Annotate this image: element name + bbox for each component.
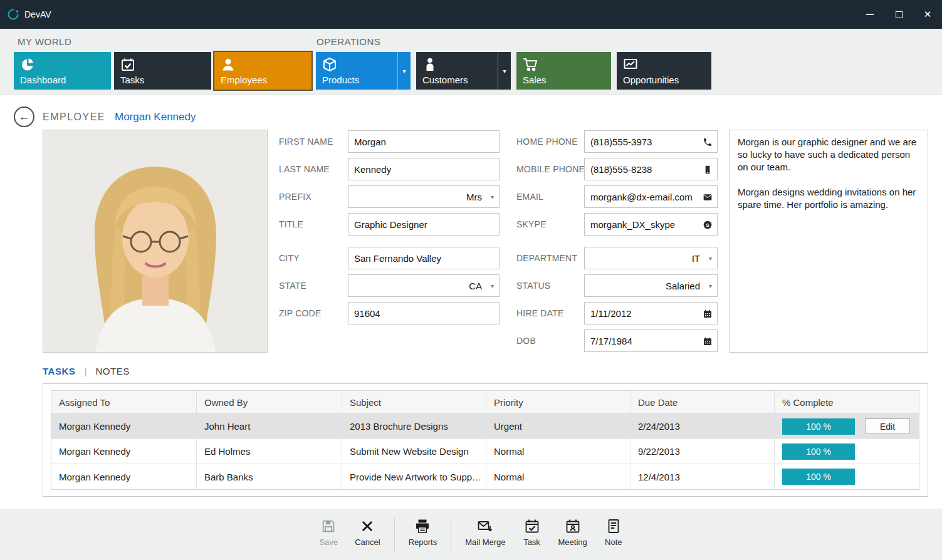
products-icon bbox=[322, 56, 338, 73]
field-label: DEPARTMENT bbox=[516, 253, 577, 263]
breadcrumb: EMPLOYEE bbox=[43, 111, 105, 123]
tasks-grid: Assigned To Owned By Subject Priority Du… bbox=[51, 390, 919, 490]
field-label: MOBILE PHONE bbox=[516, 164, 585, 174]
close-button[interactable]: ✕ bbox=[913, 0, 942, 29]
ribbon-tab-employees[interactable]: Employees bbox=[214, 52, 311, 90]
ribbon-tab-label: Sales bbox=[523, 75, 547, 85]
calendar-icon bbox=[703, 309, 713, 319]
cell-complete: 100 % bbox=[775, 439, 919, 464]
mail-merge-button[interactable]: Mail Merge bbox=[465, 517, 505, 547]
home-phone-input[interactable]: (818)555-3973 bbox=[584, 130, 718, 153]
field-zip-code: ZIP CODE 91604 bbox=[279, 302, 500, 324]
field-state: STATE CA▾ bbox=[279, 274, 500, 297]
email-input[interactable]: morgank@dx-email.com bbox=[584, 185, 718, 208]
save-button[interactable]: Save bbox=[316, 517, 341, 547]
mobile-phone-input[interactable]: (818)555-8238 bbox=[584, 158, 718, 180]
tasks-table: Assigned To Owned By Subject Priority Du… bbox=[43, 383, 928, 497]
city-input[interactable]: San Fernando Valley bbox=[348, 247, 500, 269]
cell-owned-by: John Heart bbox=[197, 414, 342, 438]
prefix-select[interactable]: Mrs▾ bbox=[348, 185, 500, 208]
page-title: Morgan Kennedy bbox=[115, 111, 196, 123]
cell-priority: Urgent bbox=[486, 414, 631, 438]
field-label: DOB bbox=[516, 336, 536, 346]
maximize-button[interactable] bbox=[884, 0, 913, 29]
mobile-phone-icon bbox=[703, 165, 713, 175]
employees-icon bbox=[220, 56, 236, 73]
back-button[interactable]: ← bbox=[14, 106, 34, 127]
mail-merge-icon bbox=[477, 517, 493, 536]
products-dropdown-arrow[interactable]: ▾ bbox=[397, 52, 411, 90]
ribbon-tab-tasks[interactable]: Tasks bbox=[114, 52, 211, 90]
column-header-due-date[interactable]: Due Date bbox=[631, 391, 775, 413]
ribbon-tab-label: Opportunities bbox=[623, 75, 679, 85]
skype-input[interactable]: morgank_DX_skype S bbox=[584, 213, 718, 236]
field-city: CITY San Fernando Valley bbox=[279, 247, 500, 269]
field-label: PREFIX bbox=[279, 192, 311, 202]
cell-subject: Submit New Website Design bbox=[342, 439, 486, 464]
field-label: LAST NAME bbox=[279, 164, 330, 174]
field-last-name: LAST NAME Kennedy bbox=[279, 158, 500, 180]
edit-button[interactable]: Edit bbox=[865, 418, 910, 434]
titlebar: DevAV ✕ bbox=[0, 0, 942, 29]
last-name-input[interactable]: Kennedy bbox=[348, 158, 500, 180]
column-header-assigned-to[interactable]: Assigned To bbox=[51, 391, 197, 413]
field-skype: SKYPE morgank_DX_skype S bbox=[516, 213, 718, 236]
tab-separator: | bbox=[84, 366, 86, 376]
field-label: SKYPE bbox=[516, 219, 547, 229]
field-hire-date: HIRE DATE 1/11/2012 bbox=[516, 302, 718, 324]
department-select[interactable]: IT▾ bbox=[584, 247, 718, 269]
meeting-icon bbox=[565, 517, 581, 536]
first-name-input[interactable]: Morgan bbox=[348, 130, 500, 153]
note-icon bbox=[605, 517, 622, 536]
ribbon-tab-customers[interactable]: Customers ▾ bbox=[416, 52, 511, 90]
cell-assigned-to: Morgan Kennedy bbox=[51, 464, 197, 489]
calendar-icon bbox=[703, 336, 713, 346]
cancel-button[interactable]: Cancel bbox=[355, 517, 380, 547]
field-status: STATUS Salaried▾ bbox=[516, 274, 718, 297]
field-label: HIRE DATE bbox=[516, 308, 563, 318]
tab-notes[interactable]: NOTES bbox=[95, 366, 129, 376]
status-select[interactable]: Salaried▾ bbox=[584, 274, 718, 297]
chevron-down-icon: ▾ bbox=[709, 283, 712, 289]
cell-priority: Normal bbox=[486, 439, 631, 464]
ribbon-tab-label: Dashboard bbox=[20, 75, 66, 85]
minimize-button[interactable] bbox=[856, 0, 884, 29]
ribbon-tab-label: Products bbox=[322, 75, 359, 85]
table-row[interactable]: Morgan Kennedy Barb Banks Provide New Ar… bbox=[51, 464, 919, 489]
ribbon-tab-label: Employees bbox=[221, 75, 267, 85]
field-label: CITY bbox=[279, 253, 300, 263]
task-button[interactable]: Task bbox=[520, 517, 545, 547]
dob-input[interactable]: 7/17/1984 bbox=[584, 329, 718, 352]
svg-text:S: S bbox=[706, 222, 709, 228]
ribbon: MY WORLD OPERATIONS Dashboard Tasks Empl… bbox=[0, 29, 942, 95]
meeting-button[interactable]: Meeting bbox=[558, 517, 587, 547]
detail-tabs: TASKS | NOTES bbox=[43, 366, 130, 376]
employee-notes[interactable]: Morgan is our graphic designer and we ar… bbox=[729, 130, 928, 353]
ribbon-tab-products[interactable]: Products ▾ bbox=[316, 52, 411, 90]
field-label: FIRST NAME bbox=[279, 137, 333, 147]
back-arrow-icon: ← bbox=[19, 111, 29, 123]
toolbar-divider bbox=[394, 518, 395, 552]
maximize-icon bbox=[896, 11, 903, 18]
table-row[interactable]: Morgan Kennedy John Heart 2013 Brochure … bbox=[51, 414, 919, 439]
cell-complete: 100 % bbox=[775, 464, 919, 489]
zip-code-input[interactable]: 91604 bbox=[348, 302, 500, 324]
ribbon-tab-opportunities[interactable]: Opportunities bbox=[617, 52, 711, 90]
progress-badge: 100 % bbox=[782, 469, 855, 485]
table-row[interactable]: Morgan Kennedy Ed Holmes Submit New Webs… bbox=[51, 439, 919, 464]
state-select[interactable]: CA▾ bbox=[348, 274, 500, 297]
column-header-complete[interactable]: % Complete bbox=[775, 391, 919, 413]
task-icon bbox=[524, 517, 540, 536]
column-header-priority[interactable]: Priority bbox=[486, 391, 631, 413]
title-input[interactable]: Graphic Designer bbox=[348, 213, 500, 236]
notes-paragraph: Morgan is our graphic designer and we ar… bbox=[738, 136, 919, 174]
column-header-subject[interactable]: Subject bbox=[342, 391, 486, 413]
ribbon-tab-sales[interactable]: Sales bbox=[516, 52, 611, 90]
column-header-owned-by[interactable]: Owned By bbox=[197, 391, 342, 413]
hire-date-input[interactable]: 1/11/2012 bbox=[584, 302, 718, 324]
tab-tasks[interactable]: TASKS bbox=[43, 366, 75, 376]
ribbon-tab-dashboard[interactable]: Dashboard bbox=[14, 52, 111, 90]
note-button[interactable]: Note bbox=[601, 517, 626, 547]
customers-dropdown-arrow[interactable]: ▾ bbox=[498, 52, 511, 90]
reports-button[interactable]: Reports bbox=[409, 517, 437, 547]
